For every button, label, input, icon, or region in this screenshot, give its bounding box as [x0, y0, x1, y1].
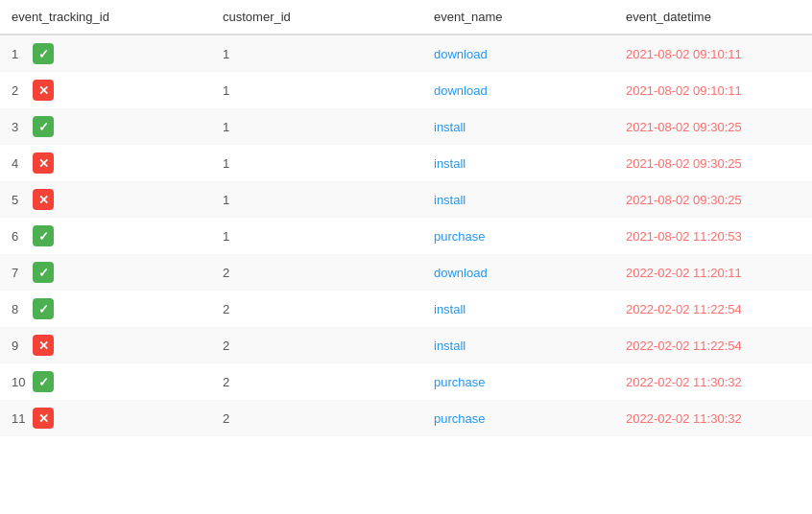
cell-event-tracking-id: 10✓	[0, 363, 211, 400]
cell-customer-id: 1	[211, 145, 422, 181]
cell-event-tracking-id: 11✕	[0, 400, 211, 436]
table-row: 9✕2install2022-02-02 11:22:54	[0, 327, 812, 363]
event-name-value: purchase	[434, 375, 485, 389]
table-row: 8✓2install2022-02-02 11:22:54	[0, 291, 812, 327]
header-event-name: event_name	[422, 0, 614, 35]
table-row: 1✓1download2021-08-02 09:10:11	[0, 35, 812, 72]
datetime-value: 2022-02-02 11:22:54	[626, 339, 742, 353]
event-name-value: install	[434, 193, 466, 207]
table-row: 6✓1purchase2021-08-02 11:20:53	[0, 218, 812, 254]
cell-event-tracking-id: 3✓	[0, 108, 211, 145]
cell-customer-id: 2	[211, 327, 422, 363]
row-id-number: 10	[12, 375, 27, 389]
cross-icon: ✕	[33, 152, 54, 174]
check-icon: ✓	[33, 371, 54, 392]
row-id-number: 6	[12, 229, 27, 244]
datetime-value: 2022-02-02 11:30:32	[626, 411, 742, 426]
check-icon: ✓	[33, 298, 54, 319]
event-name-value: install	[434, 120, 466, 134]
datetime-value: 2021-08-02 09:10:11	[626, 83, 742, 98]
row-id-number: 2	[12, 83, 27, 98]
cell-event-datetime: 2021-08-02 09:30:25	[614, 181, 812, 218]
cell-customer-id: 2	[211, 254, 422, 291]
cell-event-datetime: 2022-02-02 11:30:32	[614, 400, 812, 436]
datetime-value: 2021-08-02 11:20:53	[626, 229, 742, 244]
cell-event-datetime: 2021-08-02 09:30:25	[614, 108, 812, 145]
datetime-value: 2021-08-02 09:10:11	[626, 47, 742, 61]
cell-event-tracking-id: 8✓	[0, 291, 211, 327]
check-icon: ✓	[33, 116, 54, 137]
cross-icon: ✕	[33, 80, 54, 101]
row-id-number: 7	[12, 266, 27, 280]
cell-event-datetime: 2022-02-02 11:30:32	[614, 363, 812, 400]
check-icon: ✓	[33, 225, 54, 246]
cell-event-name: install	[422, 145, 614, 181]
table-row: 10✓2purchase2022-02-02 11:30:32	[0, 363, 812, 400]
cell-event-name: install	[422, 181, 614, 218]
datetime-value: 2021-08-02 09:30:25	[626, 156, 742, 171]
table-row: 3✓1install2021-08-02 09:30:25	[0, 108, 812, 145]
event-name-value: install	[434, 339, 466, 353]
cross-icon: ✕	[33, 408, 54, 429]
check-icon: ✓	[33, 43, 54, 64]
event-name-value: install	[434, 302, 466, 316]
row-id-number: 3	[12, 120, 27, 134]
cell-event-name: install	[422, 327, 614, 363]
datetime-value: 2022-02-02 11:20:11	[626, 266, 742, 280]
cell-event-tracking-id: 4✕	[0, 145, 211, 181]
cell-event-datetime: 2021-08-02 09:10:11	[614, 72, 812, 108]
row-id-number: 1	[12, 47, 27, 61]
cell-customer-id: 1	[211, 35, 422, 72]
cell-event-datetime: 2022-02-02 11:22:54	[614, 327, 812, 363]
cell-event-tracking-id: 6✓	[0, 218, 211, 254]
cell-customer-id: 2	[211, 363, 422, 400]
cell-event-name: install	[422, 291, 614, 327]
cell-event-name: install	[422, 108, 614, 145]
cross-icon: ✕	[33, 189, 54, 210]
cell-event-name: purchase	[422, 400, 614, 436]
cell-event-datetime: 2022-02-02 11:20:11	[614, 254, 812, 291]
datetime-value: 2022-02-02 11:30:32	[626, 375, 742, 389]
cell-customer-id: 1	[211, 72, 422, 108]
header-event-tracking-id: event_tracking_id	[0, 0, 211, 35]
cell-event-datetime: 2021-08-02 09:30:25	[614, 145, 812, 181]
cell-customer-id: 1	[211, 181, 422, 218]
event-name-value: download	[434, 266, 488, 280]
header-event-datetime: event_datetime	[614, 0, 812, 35]
datetime-value: 2022-02-02 11:22:54	[626, 302, 742, 316]
cell-event-name: download	[422, 35, 614, 72]
table-row: 11✕2purchase2022-02-02 11:30:32	[0, 400, 812, 436]
event-name-value: download	[434, 47, 488, 61]
cell-event-tracking-id: 1✓	[0, 35, 211, 72]
row-id-number: 9	[12, 339, 27, 353]
cell-event-tracking-id: 7✓	[0, 254, 211, 291]
cell-event-datetime: 2021-08-02 11:20:53	[614, 218, 812, 254]
datetime-value: 2021-08-02 09:30:25	[626, 193, 742, 207]
cell-event-name: download	[422, 254, 614, 291]
cell-event-name: download	[422, 72, 614, 108]
event-name-value: install	[434, 156, 466, 171]
cell-event-datetime: 2021-08-02 09:10:11	[614, 35, 812, 72]
row-id-number: 8	[12, 302, 27, 316]
cell-event-name: purchase	[422, 363, 614, 400]
cell-event-tracking-id: 5✕	[0, 181, 211, 218]
datetime-value: 2021-08-02 09:30:25	[626, 120, 742, 134]
event-name-value: purchase	[434, 229, 485, 244]
table-row: 5✕1install2021-08-02 09:30:25	[0, 181, 812, 218]
row-id-number: 11	[12, 411, 27, 426]
table-row: 7✓2download2022-02-02 11:20:11	[0, 254, 812, 291]
event-name-value: purchase	[434, 411, 485, 426]
cross-icon: ✕	[33, 335, 54, 356]
cell-customer-id: 2	[211, 400, 422, 436]
row-id-number: 4	[12, 156, 27, 171]
table-row: 2✕1download2021-08-02 09:10:11	[0, 72, 812, 108]
row-id-number: 5	[12, 193, 27, 207]
header-customer-id: customer_id	[211, 0, 422, 35]
event-name-value: download	[434, 83, 488, 98]
cell-customer-id: 1	[211, 218, 422, 254]
data-table: event_tracking_id customer_id event_name…	[0, 0, 812, 436]
cell-event-tracking-id: 9✕	[0, 327, 211, 363]
cell-customer-id: 1	[211, 108, 422, 145]
check-icon: ✓	[33, 262, 54, 283]
cell-event-datetime: 2022-02-02 11:22:54	[614, 291, 812, 327]
